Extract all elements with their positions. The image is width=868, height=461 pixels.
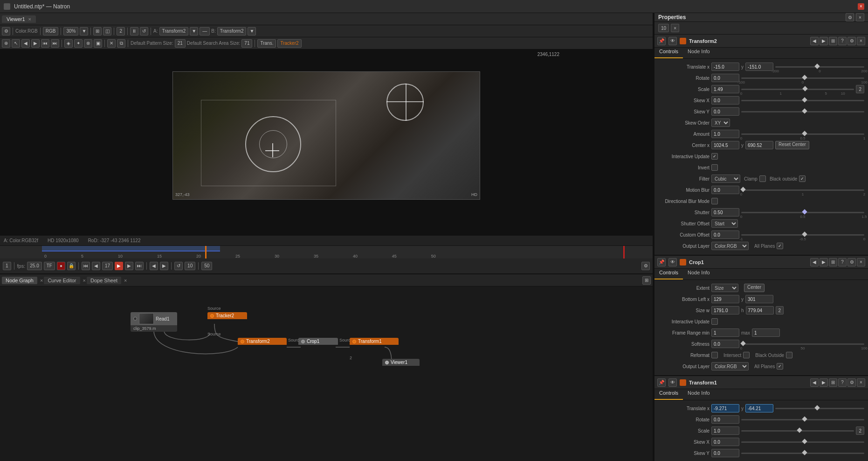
intersect-checkbox[interactable]	[743, 352, 750, 358]
t2-btn1[interactable]: ◀	[810, 37, 819, 45]
t1-tab-controls[interactable]: Controls	[654, 389, 683, 400]
translate-y-field[interactable]	[745, 63, 773, 71]
transform2-pin-btn[interactable]: 📌	[657, 37, 666, 45]
window-close-button[interactable]: ×	[858, 3, 864, 10]
amount-field[interactable]	[711, 130, 739, 138]
c1-close[interactable]: ×	[857, 258, 865, 266]
output-layer-select[interactable]: Color.RGB	[711, 242, 749, 250]
skew-y-field[interactable]	[711, 107, 739, 116]
select-btn[interactable]: ◈	[64, 39, 73, 48]
t1-btn2[interactable]: ▶	[820, 378, 828, 387]
props-settings[interactable]: ⚙	[846, 13, 854, 21]
t2-close[interactable]: ×	[857, 37, 865, 45]
viewer-settings-btn[interactable]: ⚙	[2, 27, 10, 35]
frame-range-min-field[interactable]	[711, 328, 739, 337]
curve-editor-close[interactable]: ×	[83, 278, 86, 283]
black-outside-checkbox[interactable]	[799, 175, 806, 182]
transform-btn[interactable]: ⊕	[2, 39, 10, 48]
skip-back-btn[interactable]: ⏮	[41, 39, 49, 48]
transform1-eye-btn[interactable]: 👁	[668, 378, 677, 387]
t1-translate-y-field[interactable]	[745, 404, 773, 412]
t1-tab-nodeinfo[interactable]: Node Info	[683, 389, 715, 400]
channel-b-arrow[interactable]: ▼	[248, 27, 256, 35]
skewx-slider[interactable]	[741, 96, 864, 105]
viewer-tab[interactable]: Viewer1 ×	[2, 15, 36, 23]
crop-output-layer-select[interactable]: Color.RGB	[711, 362, 749, 370]
node-transform1[interactable]: Transform1	[350, 338, 399, 345]
translate-x-field[interactable]	[711, 63, 739, 71]
node-viewer1[interactable]: Viewer1	[382, 359, 420, 366]
start-frame-btn[interactable]: 1	[3, 262, 11, 270]
next-frame-btn[interactable]: ▶	[31, 39, 40, 48]
t2-help[interactable]: ?	[838, 37, 847, 45]
prev-frame-btn[interactable]: ◀	[21, 39, 30, 48]
lock-btn[interactable]: 🔒	[67, 262, 76, 270]
region-btn[interactable]: ▣	[94, 39, 102, 48]
props-counter[interactable]: 10	[658, 24, 669, 32]
c1-btn2[interactable]: ▶	[820, 258, 828, 266]
crop-interactive-checkbox[interactable]	[711, 318, 718, 325]
tracker-label-btn[interactable]: Tracker2	[277, 39, 301, 48]
scale-slider[interactable]: 0 1 5 10	[741, 85, 854, 93]
t1-skew-x-field[interactable]	[711, 438, 739, 446]
t2-btn2[interactable]: ▶	[820, 37, 828, 45]
t2-btn3[interactable]: ⊞	[829, 37, 837, 45]
rec-btn[interactable]: ●	[57, 262, 65, 270]
end-frame-btn[interactable]: 50	[201, 262, 212, 270]
node-transform2[interactable]: Transform2	[238, 338, 287, 345]
tab-curve-editor[interactable]: Curve Editor	[44, 277, 80, 284]
t1-close[interactable]: ×	[857, 378, 865, 387]
c1-tab-nodeinfo[interactable]: Node Info	[683, 269, 715, 279]
clamp-checkbox[interactable]	[759, 175, 766, 182]
transform2-eye-btn[interactable]: 👁	[668, 37, 677, 45]
t1-skew-y-field[interactable]	[711, 449, 739, 457]
track-btn[interactable]: ⊗	[84, 39, 92, 48]
crop-all-planes-checkbox[interactable]	[777, 363, 783, 370]
color-mode-btn[interactable]: RGB	[43, 27, 59, 35]
go-end-btn[interactable]: ⏭	[135, 262, 144, 270]
skew-x-field[interactable]	[711, 96, 739, 105]
translate-slider[interactable]: -200 0 200	[775, 63, 864, 71]
t1-scale-link-btn[interactable]: 2	[856, 426, 864, 435]
layer-count-btn[interactable]: 2	[117, 27, 125, 35]
c1-btn3[interactable]: ⊞	[829, 258, 837, 266]
trans-btn[interactable]: Trans.	[257, 39, 276, 48]
softness-field[interactable]	[711, 340, 739, 348]
arrow-btn[interactable]: ↖	[12, 39, 20, 48]
ng-resize-btn[interactable]: ⊞	[642, 276, 651, 285]
tf-btn[interactable]: TF	[44, 262, 55, 270]
next-frame-tl-btn[interactable]: ▶	[160, 262, 168, 270]
zoom-btn[interactable]: 30%	[63, 27, 78, 35]
t1-help[interactable]: ?	[838, 378, 847, 387]
t1-skewy-slider[interactable]	[741, 449, 864, 457]
point-btn[interactable]: ✦	[74, 39, 83, 48]
t2-tab-nodeinfo[interactable]: Node Info	[683, 48, 715, 58]
c1-help[interactable]: ?	[838, 258, 847, 266]
channel-a-arrow[interactable]: ▼	[190, 27, 198, 35]
scale-field[interactable]	[711, 85, 739, 93]
t1-scale-field[interactable]	[711, 426, 739, 435]
t1-settings[interactable]: ⚙	[847, 378, 856, 387]
pause-btn[interactable]: ⏸	[130, 27, 138, 35]
node-read1[interactable]: Read1 clip_3579.m	[131, 312, 177, 332]
shutter-offset-select[interactable]: Start Center End	[711, 219, 738, 228]
motion-blur-field[interactable]	[711, 186, 739, 194]
size-link-btn[interactable]: 2	[776, 306, 784, 314]
bottom-left-y-field[interactable]	[745, 295, 773, 303]
viewer-tab-close[interactable]: ×	[28, 16, 31, 22]
t1-rotate-slider[interactable]	[741, 415, 864, 424]
soft-slider[interactable]: 0 50 100	[741, 340, 864, 348]
fit-btn[interactable]: ⊞	[93, 27, 102, 35]
all-planes-checkbox[interactable]	[777, 243, 783, 249]
custom-offset-field[interactable]	[711, 230, 739, 239]
interactive-update-checkbox[interactable]	[711, 153, 718, 160]
loop-value-btn[interactable]: 10	[185, 262, 195, 270]
invert-checkbox[interactable]	[711, 164, 718, 171]
c1-btn1[interactable]: ◀	[810, 258, 819, 266]
pattern-size-value[interactable]: 21	[175, 39, 186, 48]
rotate-slider[interactable]: -100 0 100	[741, 74, 864, 82]
prev-key-btn[interactable]: ◀	[92, 262, 100, 270]
clip-btn[interactable]: ◫	[103, 27, 111, 35]
c1-tab-controls[interactable]: Controls	[654, 269, 683, 279]
directional-blur-checkbox[interactable]	[711, 198, 718, 204]
